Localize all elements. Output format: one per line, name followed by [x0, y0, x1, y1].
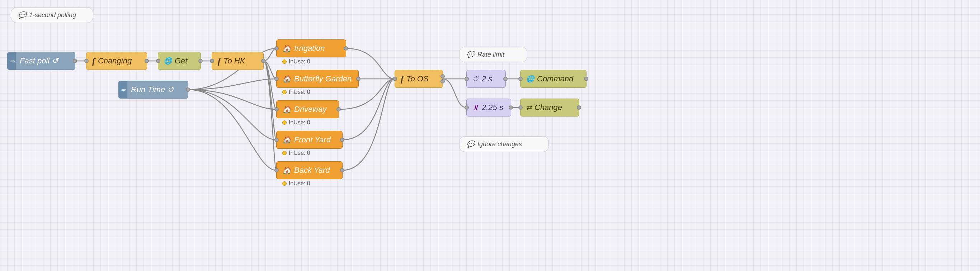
butterfly-inuse-dot	[282, 90, 286, 94]
ignore-changes-icon: 💬	[467, 140, 474, 148]
to-hk-func-icon: f	[218, 56, 221, 66]
run-time-body: Run Time ↺	[127, 85, 179, 94]
command-label: Command	[537, 74, 573, 84]
delay-225s-node[interactable]: ⏸ 2.25 s	[466, 98, 511, 117]
butterfly-garden-node[interactable]: 🏠 Butterfly Garden InUse: 0	[276, 70, 359, 88]
function-icon: f	[92, 56, 95, 66]
change-label: Change	[535, 103, 562, 112]
command-input-port	[518, 77, 523, 81]
delay-2s-label: 2 s	[482, 74, 492, 84]
back-yard-inuse-dot	[282, 181, 286, 186]
butterfly-inuse-badge: InUse: 0	[282, 89, 310, 95]
delay-2s-node[interactable]: ⏱ 2 s	[466, 70, 506, 88]
irrigation-output-port	[344, 46, 348, 51]
butterfly-home-icon: 🏠	[282, 74, 291, 83]
back-yard-input-port	[274, 168, 279, 173]
front-yard-inuse-dot	[282, 151, 286, 155]
butterfly-output-port	[356, 77, 361, 81]
back-yard-home-icon: 🏠	[282, 166, 291, 174]
butterfly-inuse-label: InUse: 0	[289, 89, 310, 95]
to-os-output-port-2	[441, 79, 445, 84]
to-hk-label: To HK	[223, 56, 245, 66]
command-node[interactable]: 🌐 Command	[520, 70, 587, 88]
changing-input-port	[84, 59, 89, 63]
fast-poll-label: Fast poll ↺	[20, 56, 58, 66]
comment-icon: 💬	[18, 11, 26, 19]
ignore-changes-label: Ignore changes	[477, 141, 522, 148]
back-yard-inuse-badge: InUse: 0	[282, 180, 310, 187]
driveway-output-port	[336, 107, 341, 111]
delay-225s-label: 2.25 s	[482, 103, 503, 112]
to-os-output-port-1	[441, 74, 445, 79]
delay-225s-icon: ⏸	[473, 104, 479, 111]
command-output-port	[584, 77, 588, 81]
irrigation-label: Irrigation	[294, 44, 325, 53]
driveway-inuse-dot	[282, 120, 286, 125]
change-input-port	[518, 105, 523, 110]
fast-poll-output-port	[73, 59, 77, 63]
irrigation-inuse-label: InUse: 0	[289, 59, 310, 65]
run-time-label: Run Time ↺	[131, 85, 173, 94]
get-output-port	[198, 59, 203, 63]
get-label: Get	[175, 56, 187, 66]
inject-icon: ⇒	[10, 58, 14, 65]
run-time-icon: ⇒	[121, 86, 126, 93]
delay-225s-input-port	[465, 105, 469, 110]
front-yard-node[interactable]: 🏠 Front Yard InUse: 0	[276, 131, 342, 149]
polling-comment-label: 1-second polling	[29, 11, 76, 19]
delay-225s-output-port	[509, 105, 513, 110]
to-hk-input-port	[210, 59, 214, 63]
driveway-inuse-label: InUse: 0	[289, 119, 310, 126]
change-output-port	[577, 105, 581, 110]
run-time-output-port	[186, 87, 190, 92]
wires-layer	[0, 0, 980, 271]
run-time-node[interactable]: ⇒ Run Time ↺	[118, 81, 188, 98]
to-os-input-port	[393, 77, 397, 81]
front-yard-label: Front Yard	[294, 135, 331, 144]
polling-comment-node: 💬 1-second polling	[11, 7, 93, 23]
get-input-port	[156, 59, 160, 63]
front-yard-inuse-badge: InUse: 0	[282, 150, 310, 156]
to-os-label: To OS	[406, 74, 429, 84]
irrigation-input-port	[274, 46, 279, 51]
back-yard-inuse-label: InUse: 0	[289, 180, 310, 187]
irrigation-node[interactable]: 🏠 Irrigation InUse: 0	[276, 40, 346, 57]
rate-limit-node: 💬 Rate limit	[459, 47, 527, 62]
to-hk-node[interactable]: f To HK	[212, 52, 264, 70]
get-icon: 🌐	[164, 57, 172, 65]
butterfly-input-port	[274, 77, 279, 81]
rate-limit-label: Rate limit	[477, 51, 504, 59]
fast-poll-body: Fast poll ↺	[16, 56, 64, 66]
front-yard-home-icon: 🏠	[282, 135, 291, 144]
driveway-node[interactable]: 🏠 Driveway InUse: 0	[276, 100, 339, 118]
driveway-home-icon: 🏠	[282, 105, 291, 114]
changing-label: Changing	[98, 56, 132, 66]
fast-poll-node[interactable]: ⇒ Fast poll ↺	[7, 52, 75, 70]
get-node[interactable]: 🌐 Get	[158, 52, 201, 70]
irrigation-inuse-dot	[282, 60, 286, 64]
change-node[interactable]: ⇄ Change	[520, 98, 579, 117]
delay-2s-clock-icon: ⏱	[473, 75, 479, 83]
run-time-tab: ⇒	[119, 81, 127, 98]
driveway-label: Driveway	[294, 105, 326, 114]
delay-2s-input-port	[465, 77, 469, 81]
delay-2s-output-port	[503, 77, 508, 81]
driveway-inuse-badge: InUse: 0	[282, 119, 310, 126]
change-icon: ⇄	[526, 104, 531, 111]
command-icon: 🌐	[526, 75, 534, 83]
to-os-func-icon: f	[401, 74, 404, 84]
driveway-input-port	[274, 107, 279, 111]
back-yard-node[interactable]: 🏠 Back Yard InUse: 0	[276, 161, 342, 179]
irrigation-inuse-badge: InUse: 0	[282, 59, 310, 65]
changing-output-port	[145, 59, 149, 63]
inject-tab: ⇒	[8, 52, 16, 70]
front-yard-inuse-label: InUse: 0	[289, 150, 310, 156]
front-yard-output-port	[340, 138, 344, 142]
back-yard-label: Back Yard	[294, 166, 330, 175]
to-hk-output-port	[261, 59, 266, 63]
butterfly-label: Butterfly Garden	[294, 74, 352, 84]
to-os-node[interactable]: f To OS	[395, 70, 443, 88]
changing-node[interactable]: f Changing	[86, 52, 147, 70]
front-yard-input-port	[274, 138, 279, 142]
back-yard-output-port	[340, 168, 344, 173]
